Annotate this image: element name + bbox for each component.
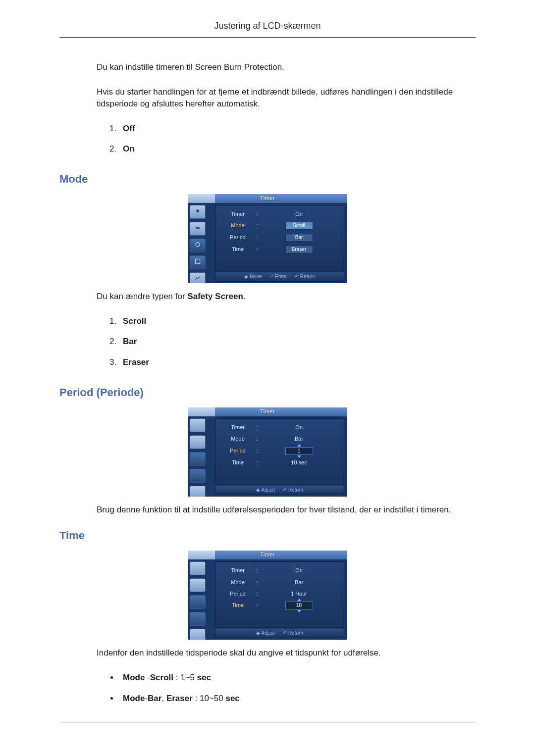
time-desc: Indenfor den indstillede tidsperiode ska…	[97, 647, 476, 659]
osd-tab-3-icon	[190, 239, 206, 252]
osd-v-period: 1 Hour	[260, 590, 338, 598]
hint-return: ↶ Return	[283, 630, 303, 637]
mode-bar: Bar	[123, 337, 137, 346]
time-bullet-1: Mode -Scroll : 1~5 sec	[119, 672, 476, 684]
osd-tab-4-icon	[190, 612, 206, 626]
osd-settings: Timer:On Mode:Scroll Period:Bar Time:Era…	[215, 205, 344, 271]
osd-tab-5-icon	[190, 272, 206, 283]
osd-tab-5-icon	[190, 486, 206, 497]
intro-p1: Du kan indstille timeren til Screen Burn…	[97, 61, 476, 73]
period-desc: Brug denne funktion til at indstille udf…	[97, 504, 476, 516]
osd-k-mode: Mode	[221, 579, 254, 586]
osd-k-time: Time	[221, 246, 254, 253]
osd-k-timer: Timer	[221, 567, 254, 574]
mode-list: Scroll Bar Eraser	[107, 315, 476, 368]
arrow-down-icon	[297, 455, 301, 458]
time-bullet-list: Mode -Scroll : 1~5 sec Mode-Bar, Eraser …	[107, 672, 476, 705]
osd-k-period: Period	[221, 447, 254, 455]
intro-p2: Hvis du starter handlingen for at fjerne…	[97, 86, 476, 110]
osd-title: Timer	[188, 194, 347, 203]
period-heading: Period (Periode)	[59, 385, 476, 401]
osd-v-time: 10 sec	[260, 459, 338, 466]
osd-tab-4-icon	[190, 255, 206, 269]
time-heading: Time	[59, 528, 476, 544]
osd-period: Timer Timer:On Mode:Bar Period:1 Time:10…	[188, 407, 347, 497]
osd-tab-4-icon	[190, 469, 206, 483]
mode-eraser: Eraser	[123, 357, 149, 367]
osd-v-timer: On	[260, 424, 338, 431]
mode-desc: Du kan ændre typen for Safety Screen.	[97, 291, 476, 302]
osd-k-timer: Timer	[221, 210, 254, 218]
osd-opt-eraser: Eraser	[285, 246, 313, 253]
hint-adjust: ◆ Adjust	[256, 487, 275, 494]
osd-tab-1-icon	[190, 561, 206, 575]
timer-state-on: On	[123, 144, 135, 153]
timer-state-list: Off On	[107, 123, 476, 155]
osd-tab-2-icon	[190, 435, 206, 449]
osd-tab-2-icon	[190, 222, 206, 236]
osd-v-mode: Bar	[260, 579, 338, 586]
osd-tab-3-icon	[190, 452, 206, 466]
osd-period-spin: 1	[285, 447, 313, 455]
hint-return: ↶ Return	[295, 273, 315, 280]
osd-time: Timer Timer:On Mode:Bar Period:1 Hour Ti…	[188, 551, 347, 640]
osd-title-text-3: Timer	[260, 551, 275, 558]
svg-point-2	[196, 243, 200, 247]
osd-k-period: Period	[221, 234, 254, 242]
osd-hints: ◆ Move ⏎ Enter ↶ Return	[215, 272, 344, 282]
osd-title-text: Timer	[260, 195, 275, 202]
mode-scroll: Scroll	[123, 316, 146, 326]
osd-v-mode: Bar	[260, 435, 338, 443]
footer-rule	[59, 722, 476, 722]
osd-k-period: Period	[221, 590, 254, 598]
osd-title-text-2: Timer	[260, 408, 275, 415]
mode-heading: Mode	[59, 172, 476, 187]
osd-sidebar	[190, 205, 210, 283]
hint-return: ↶ Return	[283, 487, 303, 494]
header-rule	[59, 37, 476, 38]
arrow-down-icon	[297, 610, 301, 612]
osd-tab-2-icon	[190, 578, 206, 592]
timer-state-off: Off	[123, 124, 135, 133]
osd-opt-bar: Bar	[285, 234, 313, 242]
time-bullet-2: Mode-Bar, Eraser : 10~50 sec	[119, 693, 476, 705]
osd-k-mode: Mode	[221, 435, 254, 443]
osd-tab-5-icon	[190, 629, 206, 640]
osd-k-time: Time	[221, 602, 254, 609]
hint-adjust: ◆ Adjust	[256, 630, 275, 637]
osd-k-mode: Mode	[221, 222, 254, 230]
page-title: Justering af LCD-skærmen	[0, 20, 535, 37]
osd-mode: Timer Timer:On Mode:Scroll Period:Bar Ti…	[188, 194, 347, 283]
osd-time-spin: 10	[285, 602, 313, 609]
osd-tab-1-icon	[190, 205, 206, 219]
arrow-up-icon	[297, 599, 301, 601]
svg-rect-1	[196, 227, 200, 229]
osd-tab-3-icon	[190, 595, 206, 609]
hint-move: ◆ Move	[244, 273, 262, 280]
svg-point-0	[196, 209, 199, 212]
arrow-up-icon	[297, 444, 301, 447]
osd-v-timer: On	[260, 210, 338, 218]
hint-enter: ⏎ Enter	[269, 273, 287, 280]
osd-k-time: Time	[221, 459, 254, 466]
osd-tab-1-icon	[190, 418, 206, 432]
osd-v-timer: On	[260, 567, 338, 574]
osd-k-timer: Timer	[221, 424, 254, 431]
osd-opt-scroll: Scroll	[285, 222, 313, 230]
svg-rect-3	[195, 259, 200, 263]
